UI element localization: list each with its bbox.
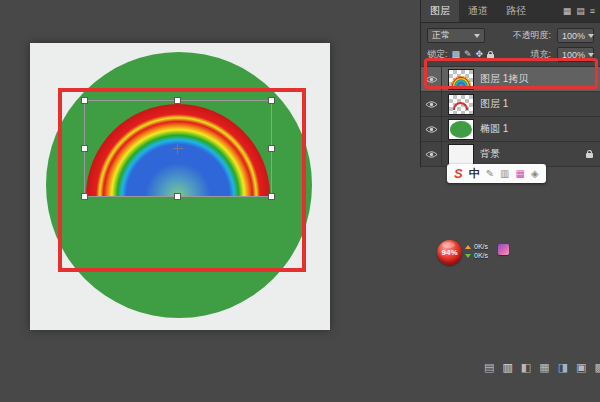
upload-arrow-icon — [465, 245, 471, 249]
skin-icon[interactable]: ▦ — [516, 169, 525, 179]
layer-name: 图层 1 — [480, 97, 508, 111]
opacity-label: 不透明度: — [512, 29, 551, 42]
transform-handle-top-left[interactable] — [81, 97, 88, 104]
tray-icon-6[interactable]: ▣ — [576, 362, 586, 373]
tab-layers[interactable]: 图层 — [421, 0, 459, 22]
download-arrow-icon — [465, 254, 471, 258]
transform-handle-top-right[interactable] — [268, 97, 275, 104]
download-speed: 0K/s — [465, 252, 488, 259]
transform-center-point[interactable] — [173, 144, 183, 154]
panel-list-icon[interactable]: ▤ — [576, 7, 585, 16]
network-speeds: 0K/s 0K/s — [465, 243, 488, 259]
handwriting-icon[interactable]: ✎ — [486, 169, 494, 179]
ime-toolbar[interactable]: S 中 ✎ ▥ ▦ ◈ — [447, 164, 546, 183]
transform-handle-middle-right[interactable] — [268, 145, 275, 152]
chevron-down-icon — [474, 34, 480, 38]
transform-handle-bottom-middle[interactable] — [174, 193, 181, 200]
tray-icon-4[interactable]: ▦ — [539, 362, 549, 373]
layer-row-ellipse1[interactable]: 椭圆 1 — [421, 117, 600, 142]
sogou-logo-icon[interactable]: S — [454, 167, 463, 180]
tray-icon-5[interactable]: ◨ — [558, 362, 568, 373]
ellipse-thumb-art — [450, 121, 472, 138]
visibility-toggle[interactable] — [421, 142, 442, 166]
blend-mode-select[interactable]: 正常 — [427, 28, 485, 43]
memory-percent: 94% — [441, 248, 457, 257]
eye-icon — [425, 125, 438, 134]
blend-mode-value: 正常 — [432, 29, 450, 42]
photoshop-workspace: { "colors": { "annotation_red": "#e53030… — [0, 0, 600, 402]
opacity-select[interactable]: 100% — [557, 28, 594, 43]
panel-menu-icon[interactable]: ≡ — [590, 7, 595, 16]
panel-header-icons: ▦ ▤ ≡ — [563, 0, 600, 22]
layer-thumbnail[interactable] — [448, 94, 474, 115]
eye-icon — [425, 150, 438, 159]
toolbox-icon[interactable]: ◈ — [531, 169, 539, 179]
transform-handle-top-middle[interactable] — [174, 97, 181, 104]
transform-bounding-box — [84, 100, 272, 197]
layer-thumbnail[interactable] — [448, 119, 474, 140]
keyboard-icon[interactable]: ▥ — [500, 169, 509, 179]
transform-handle-bottom-right[interactable] — [268, 193, 275, 200]
annotation-red-box-layer-row — [424, 58, 598, 89]
chevron-down-icon — [588, 34, 594, 38]
tray-icon-7[interactable]: ▩ — [594, 362, 600, 373]
ime-language-mode[interactable]: 中 — [469, 168, 480, 179]
tray-icon-2[interactable]: ▥ — [502, 362, 512, 373]
tray-icon-3[interactable]: ◧ — [521, 362, 531, 373]
memory-usage-ball[interactable]: 94% — [437, 240, 462, 265]
visibility-toggle[interactable] — [421, 92, 442, 116]
tray-icon-1[interactable]: ▤ — [484, 362, 494, 373]
layer-name: 背景 — [480, 147, 500, 161]
visibility-toggle[interactable] — [421, 117, 442, 141]
panel-tab-bar: 图层 通道 路径 ▦ ▤ ≡ — [421, 0, 600, 23]
tab-channels[interactable]: 通道 — [459, 0, 497, 22]
transform-handle-middle-left[interactable] — [81, 145, 88, 152]
layer-name: 椭圆 1 — [480, 122, 508, 136]
layer-row-layer1[interactable]: 图层 1 — [421, 92, 600, 117]
panel-grid-icon[interactable]: ▦ — [563, 7, 572, 16]
eye-icon — [425, 100, 438, 109]
layer-thumbnail[interactable] — [448, 144, 474, 165]
document-canvas[interactable] — [30, 43, 330, 330]
upload-speed-value: 0K/s — [474, 243, 488, 250]
upload-speed: 0K/s — [465, 243, 488, 250]
tab-paths[interactable]: 路径 — [497, 0, 535, 22]
transform-handle-bottom-left[interactable] — [81, 193, 88, 200]
network-monitor-icon[interactable] — [498, 244, 509, 255]
download-speed-value: 0K/s — [474, 252, 488, 259]
taskbar-tray: ▤ ▥ ◧ ▦ ◨ ▣ ▩ — [484, 362, 600, 373]
opacity-value: 100% — [562, 31, 585, 41]
arc-thumb-art — [453, 102, 468, 110]
background-lock-icon — [586, 153, 593, 158]
blend-opacity-row: 正常 不透明度: 100% — [427, 27, 594, 44]
chevron-down-icon — [588, 53, 594, 57]
